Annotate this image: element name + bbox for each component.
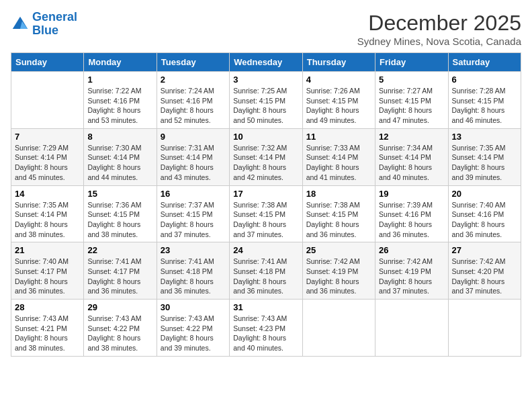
day-info: Sunrise: 7:43 AM Sunset: 4:22 PM Dayligh… — [161, 314, 226, 353]
day-info: Sunrise: 7:41 AM Sunset: 4:18 PM Dayligh… — [161, 257, 226, 296]
day-number: 8 — [87, 132, 152, 142]
calendar-cell: 1Sunrise: 7:22 AM Sunset: 4:16 PM Daylig… — [84, 72, 157, 129]
calendar-cell — [302, 300, 375, 357]
day-info: Sunrise: 7:42 AM Sunset: 4:20 PM Dayligh… — [452, 257, 517, 296]
day-info: Sunrise: 7:22 AM Sunset: 4:16 PM Dayligh… — [87, 86, 152, 126]
day-number: 2 — [161, 75, 226, 85]
calendar-cell: 6Sunrise: 7:28 AM Sunset: 4:15 PM Daylig… — [448, 72, 521, 129]
calendar-cell: 9Sunrise: 7:31 AM Sunset: 4:14 PM Daylig… — [157, 128, 229, 185]
calendar-cell — [11, 72, 84, 129]
day-info: Sunrise: 7:37 AM Sunset: 4:15 PM Dayligh… — [161, 200, 226, 240]
day-number: 13 — [452, 132, 517, 142]
day-number: 11 — [306, 132, 371, 142]
day-number: 19 — [379, 189, 444, 199]
day-info: Sunrise: 7:30 AM Sunset: 4:14 PM Dayligh… — [87, 143, 152, 183]
day-of-week-header: Monday — [84, 53, 157, 72]
calendar-cell: 25Sunrise: 7:42 AM Sunset: 4:19 PM Dayli… — [302, 242, 375, 300]
calendar-cell: 24Sunrise: 7:41 AM Sunset: 4:18 PM Dayli… — [230, 242, 302, 300]
logo-line1: General — [32, 10, 77, 24]
calendar-cell: 28Sunrise: 7:43 AM Sunset: 4:21 PM Dayli… — [11, 300, 84, 357]
day-number: 28 — [15, 302, 80, 312]
day-number: 14 — [15, 189, 80, 199]
day-info: Sunrise: 7:43 AM Sunset: 4:22 PM Dayligh… — [87, 314, 152, 353]
calendar-table: SundayMondayTuesdayWednesdayThursdayFrid… — [11, 52, 521, 357]
day-number: 9 — [161, 132, 226, 142]
calendar-cell: 10Sunrise: 7:32 AM Sunset: 4:14 PM Dayli… — [230, 128, 302, 185]
calendar-cell: 12Sunrise: 7:34 AM Sunset: 4:14 PM Dayli… — [375, 128, 448, 185]
day-info: Sunrise: 7:43 AM Sunset: 4:23 PM Dayligh… — [233, 314, 298, 353]
subtitle: Sydney Mines, Nova Scotia, Canada — [357, 36, 521, 47]
calendar-cell — [375, 300, 448, 357]
day-of-week-header: Tuesday — [157, 53, 229, 72]
day-number: 22 — [87, 245, 152, 255]
main-title: December 2025 — [357, 11, 521, 36]
day-info: Sunrise: 7:41 AM Sunset: 4:17 PM Dayligh… — [87, 257, 152, 296]
day-info: Sunrise: 7:40 AM Sunset: 4:17 PM Dayligh… — [15, 257, 80, 296]
day-number: 31 — [233, 302, 298, 312]
day-number: 16 — [161, 189, 226, 199]
day-number: 5 — [379, 75, 444, 85]
day-number: 23 — [161, 245, 226, 255]
calendar-cell: 11Sunrise: 7:33 AM Sunset: 4:14 PM Dayli… — [302, 128, 375, 185]
day-info: Sunrise: 7:41 AM Sunset: 4:18 PM Dayligh… — [233, 257, 298, 296]
header: General Blue December 2025 Sydney Mines,… — [11, 11, 521, 47]
day-number: 20 — [452, 189, 517, 199]
day-info: Sunrise: 7:29 AM Sunset: 4:14 PM Dayligh… — [15, 143, 80, 183]
calendar-cell: 29Sunrise: 7:43 AM Sunset: 4:22 PM Dayli… — [84, 300, 157, 357]
day-number: 4 — [306, 75, 371, 85]
day-number: 3 — [233, 75, 298, 85]
calendar-cell: 16Sunrise: 7:37 AM Sunset: 4:15 PM Dayli… — [157, 185, 229, 242]
calendar-body: 1Sunrise: 7:22 AM Sunset: 4:16 PM Daylig… — [11, 72, 521, 357]
calendar-cell: 30Sunrise: 7:43 AM Sunset: 4:22 PM Dayli… — [157, 300, 229, 357]
day-info: Sunrise: 7:38 AM Sunset: 4:15 PM Dayligh… — [233, 200, 298, 240]
calendar-cell — [448, 300, 521, 357]
calendar-week-row: 7Sunrise: 7:29 AM Sunset: 4:14 PM Daylig… — [11, 128, 521, 185]
calendar-cell: 17Sunrise: 7:38 AM Sunset: 4:15 PM Dayli… — [230, 185, 302, 242]
calendar-cell: 3Sunrise: 7:25 AM Sunset: 4:15 PM Daylig… — [230, 72, 302, 129]
calendar-cell: 22Sunrise: 7:41 AM Sunset: 4:17 PM Dayli… — [84, 242, 157, 300]
day-of-week-header: Sunday — [11, 53, 84, 72]
day-number: 7 — [15, 132, 80, 142]
day-number: 29 — [87, 302, 152, 312]
day-number: 21 — [15, 245, 80, 255]
day-info: Sunrise: 7:32 AM Sunset: 4:14 PM Dayligh… — [233, 143, 298, 183]
calendar-cell: 31Sunrise: 7:43 AM Sunset: 4:23 PM Dayli… — [230, 300, 302, 357]
day-info: Sunrise: 7:38 AM Sunset: 4:15 PM Dayligh… — [306, 200, 371, 240]
calendar-cell: 7Sunrise: 7:29 AM Sunset: 4:14 PM Daylig… — [11, 128, 84, 185]
calendar-week-row: 1Sunrise: 7:22 AM Sunset: 4:16 PM Daylig… — [11, 72, 521, 129]
day-of-week-header: Wednesday — [230, 53, 302, 72]
calendar-week-row: 21Sunrise: 7:40 AM Sunset: 4:17 PM Dayli… — [11, 242, 521, 300]
day-number: 27 — [452, 245, 517, 255]
day-number: 10 — [233, 132, 298, 142]
calendar-cell: 27Sunrise: 7:42 AM Sunset: 4:20 PM Dayli… — [448, 242, 521, 300]
calendar-cell: 23Sunrise: 7:41 AM Sunset: 4:18 PM Dayli… — [157, 242, 229, 300]
day-info: Sunrise: 7:42 AM Sunset: 4:19 PM Dayligh… — [379, 257, 444, 296]
logo: General Blue — [11, 11, 77, 38]
day-of-week-header: Saturday — [448, 53, 521, 72]
day-info: Sunrise: 7:31 AM Sunset: 4:14 PM Dayligh… — [161, 143, 226, 183]
calendar-week-row: 14Sunrise: 7:35 AM Sunset: 4:14 PM Dayli… — [11, 185, 521, 242]
day-info: Sunrise: 7:40 AM Sunset: 4:16 PM Dayligh… — [452, 200, 517, 240]
calendar-cell: 14Sunrise: 7:35 AM Sunset: 4:14 PM Dayli… — [11, 185, 84, 242]
logo-text: General Blue — [32, 11, 77, 38]
day-number: 6 — [452, 75, 517, 85]
day-of-week-header: Thursday — [302, 53, 375, 72]
calendar-cell: 20Sunrise: 7:40 AM Sunset: 4:16 PM Dayli… — [448, 185, 521, 242]
logo-icon — [11, 15, 30, 34]
day-info: Sunrise: 7:39 AM Sunset: 4:16 PM Dayligh… — [379, 200, 444, 240]
day-of-week-header: Friday — [375, 53, 448, 72]
day-info: Sunrise: 7:36 AM Sunset: 4:15 PM Dayligh… — [87, 200, 152, 240]
days-of-week-row: SundayMondayTuesdayWednesdayThursdayFrid… — [11, 53, 521, 72]
day-number: 15 — [87, 189, 152, 199]
day-info: Sunrise: 7:28 AM Sunset: 4:15 PM Dayligh… — [452, 86, 517, 126]
day-info: Sunrise: 7:24 AM Sunset: 4:16 PM Dayligh… — [161, 86, 226, 126]
calendar-cell: 15Sunrise: 7:36 AM Sunset: 4:15 PM Dayli… — [84, 185, 157, 242]
day-info: Sunrise: 7:27 AM Sunset: 4:15 PM Dayligh… — [379, 86, 444, 126]
calendar-cell: 4Sunrise: 7:26 AM Sunset: 4:15 PM Daylig… — [302, 72, 375, 129]
day-info: Sunrise: 7:42 AM Sunset: 4:19 PM Dayligh… — [306, 257, 371, 296]
day-info: Sunrise: 7:33 AM Sunset: 4:14 PM Dayligh… — [306, 143, 371, 183]
day-number: 24 — [233, 245, 298, 255]
calendar-week-row: 28Sunrise: 7:43 AM Sunset: 4:21 PM Dayli… — [11, 300, 521, 357]
day-info: Sunrise: 7:43 AM Sunset: 4:21 PM Dayligh… — [15, 314, 80, 353]
day-info: Sunrise: 7:26 AM Sunset: 4:15 PM Dayligh… — [306, 86, 371, 126]
